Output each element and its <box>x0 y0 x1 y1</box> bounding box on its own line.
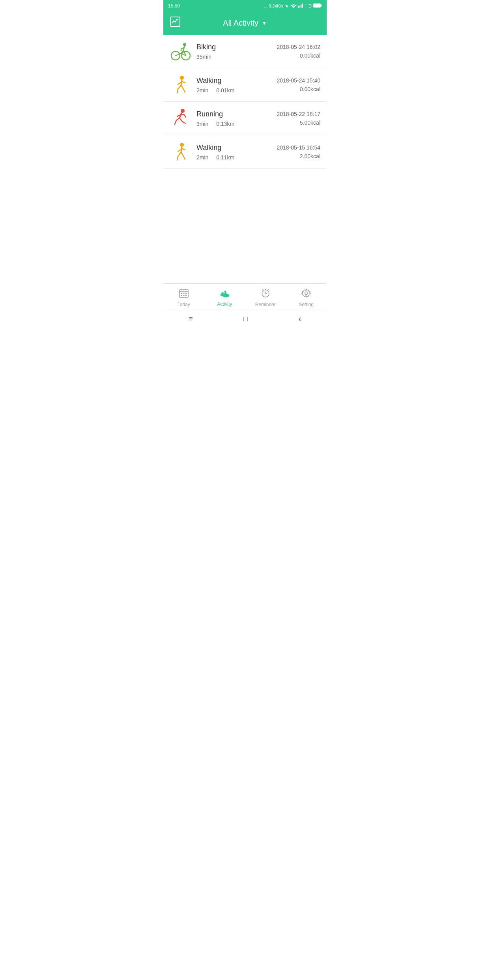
activity-duration: 35min <box>196 54 211 60</box>
svg-line-61 <box>268 289 269 290</box>
svg-line-60 <box>262 289 263 290</box>
gear-icon <box>301 288 311 301</box>
activity-duration: 2min <box>196 154 208 161</box>
activity-duration: 3min <box>196 121 208 127</box>
svg-rect-50 <box>185 293 187 294</box>
svg-line-25 <box>181 85 183 89</box>
activity-meta: 2min 0.11km <box>196 154 277 161</box>
svg-line-23 <box>178 85 181 89</box>
nav-reminder-label: Reminder <box>255 302 276 307</box>
activity-distance: 0.13km <box>216 121 234 127</box>
activity-kcal: 0.00kcal <box>277 86 320 92</box>
svg-line-41 <box>177 156 178 160</box>
activity-right: 2018-05-15 16:54 2.00kcal <box>277 144 320 159</box>
walking-icon <box>170 141 192 163</box>
svg-line-35 <box>183 122 186 123</box>
alarm-icon <box>260 288 271 301</box>
svg-rect-5 <box>320 5 321 7</box>
activity-right: 2018-05-22 18:17 5.00kcal <box>277 111 320 126</box>
battery-icon <box>313 3 322 9</box>
nav-activity-label: Activity <box>217 301 232 307</box>
svg-line-42 <box>181 152 183 156</box>
nav-reminder[interactable]: Reminder <box>252 288 279 307</box>
activity-list: Biking 35min 2018-05-24 16:02 0.00kcal <box>163 35 327 283</box>
activity-kcal: 5.00kcal <box>277 120 320 126</box>
activity-kcal: 0.00kcal <box>277 52 320 59</box>
svg-line-26 <box>183 89 185 92</box>
dropdown-arrow: ▼ <box>262 20 267 26</box>
calendar-icon <box>179 288 189 301</box>
svg-rect-51 <box>181 295 182 296</box>
activity-details: Running 3min 0.13km <box>196 110 277 127</box>
svg-point-19 <box>180 76 184 80</box>
biking-icon <box>170 40 192 62</box>
activity-item-2[interactable]: Running 3min 0.13km 2018-05-22 18:17 5.0… <box>163 102 327 135</box>
status-network: ... 0.24K/s <box>264 4 284 8</box>
activity-right: 2018-05-24 15:40 0.00kcal <box>277 77 320 92</box>
activity-meta: 2min 0.01km <box>196 87 277 94</box>
nav-setting[interactable]: Setting <box>292 288 320 307</box>
svg-rect-53 <box>185 295 187 296</box>
app-header: All Activity ▼ <box>163 11 327 35</box>
activity-name: Walking <box>196 144 277 152</box>
svg-rect-1 <box>299 5 300 7</box>
activity-name: Running <box>196 110 277 118</box>
svg-line-40 <box>178 152 181 156</box>
svg-line-43 <box>183 156 185 159</box>
svg-rect-3 <box>302 4 303 8</box>
svg-line-24 <box>177 89 178 93</box>
svg-rect-2 <box>301 4 301 7</box>
system-nav: ≡ □ ‹ <box>163 311 327 327</box>
svg-point-36 <box>180 143 184 147</box>
svg-rect-4 <box>314 4 320 7</box>
activity-duration: 2min <box>196 87 208 94</box>
svg-line-32 <box>176 118 180 120</box>
running-icon <box>170 107 192 129</box>
walking-icon <box>170 74 192 96</box>
activity-name: Walking <box>196 77 277 85</box>
status-bar: 15:50 ... 0.24K/s ★ HD <box>163 0 327 11</box>
activity-details: Walking 2min 0.01km <box>196 77 277 94</box>
status-time: 15:50 <box>168 3 180 9</box>
activity-meta: 35min <box>196 54 277 60</box>
header-title[interactable]: All Activity ▼ <box>223 19 267 28</box>
svg-rect-52 <box>183 295 184 296</box>
activity-item-0[interactable]: Biking 35min 2018-05-24 16:02 0.00kcal <box>163 35 327 68</box>
activity-right: 2018-05-24 16:02 0.00kcal <box>277 44 320 59</box>
bottom-nav: Today Activity Reminder <box>163 283 327 311</box>
svg-point-63 <box>305 292 308 295</box>
activity-distance: 0.01km <box>216 87 234 94</box>
svg-line-34 <box>180 118 183 122</box>
activity-distance: 0.11km <box>216 154 234 161</box>
activity-details: Walking 2min 0.11km <box>196 144 277 161</box>
activity-datetime: 2018-05-24 15:40 <box>277 77 320 84</box>
svg-line-31 <box>184 115 186 117</box>
signal-icon <box>298 3 304 9</box>
nav-today-label: Today <box>178 302 190 307</box>
activity-kcal: 2.00kcal <box>277 153 320 159</box>
activity-datetime: 2018-05-22 18:17 <box>277 111 320 117</box>
nav-today[interactable]: Today <box>170 288 198 307</box>
activity-item-3[interactable]: Walking 2min 0.11km 2018-05-15 16:54 2.0… <box>163 135 327 169</box>
activity-details: Biking 35min <box>196 43 277 60</box>
svg-rect-48 <box>181 293 182 294</box>
activity-item-1[interactable]: Walking 2min 0.01km 2018-05-24 15:40 0.0… <box>163 68 327 102</box>
chart-icon[interactable] <box>170 16 181 30</box>
hd-label: HD <box>305 4 312 8</box>
svg-rect-0 <box>298 6 299 7</box>
back-button[interactable]: ‹ <box>298 314 301 324</box>
svg-point-27 <box>181 109 185 113</box>
svg-rect-49 <box>183 293 184 294</box>
wifi-icon <box>290 3 297 9</box>
nav-setting-label: Setting <box>299 302 314 307</box>
svg-line-33 <box>175 120 176 124</box>
bluetooth-icon: ★ <box>285 4 289 9</box>
activity-meta: 3min 0.13km <box>196 121 277 127</box>
svg-rect-55 <box>223 292 224 294</box>
activity-name: Biking <box>196 43 277 51</box>
shoe-icon <box>219 288 230 300</box>
home-button[interactable]: □ <box>243 315 248 323</box>
activity-datetime: 2018-05-15 16:54 <box>277 144 320 151</box>
nav-activity[interactable]: Activity <box>211 288 238 307</box>
menu-button[interactable]: ≡ <box>189 315 193 323</box>
